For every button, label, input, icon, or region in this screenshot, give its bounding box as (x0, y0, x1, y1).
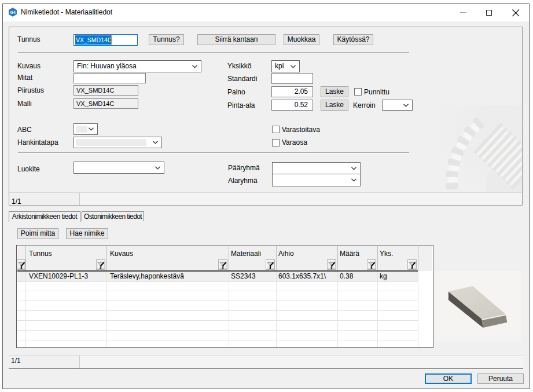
svg-text:G4: G4 (10, 10, 16, 15)
